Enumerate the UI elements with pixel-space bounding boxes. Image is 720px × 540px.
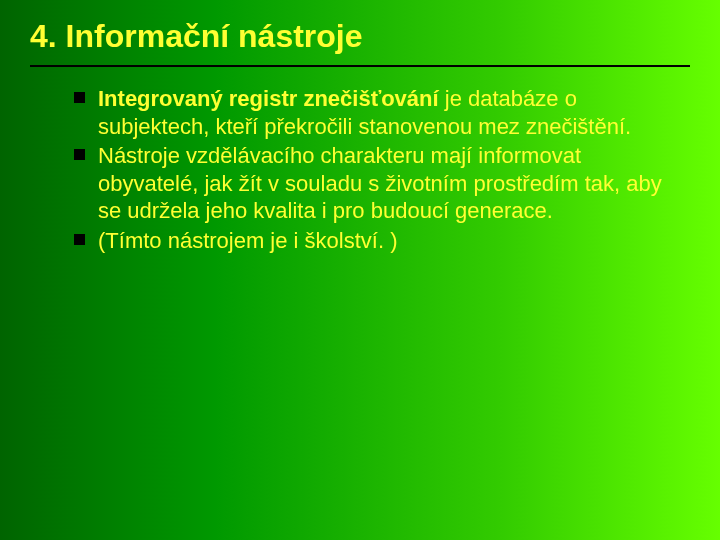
bullet-text: (Tímto nástrojem je i školství. )	[98, 228, 398, 253]
slide: 4. Informační nástroje Integrovaný regis…	[0, 0, 720, 540]
slide-content: Integrovaný registr znečišťování je data…	[70, 85, 680, 256]
slide-title: 4. Informační nástroje	[30, 18, 690, 67]
bullet-list: Integrovaný registr znečišťování je data…	[70, 85, 680, 254]
list-item: Nástroje vzdělávacího charakteru mají in…	[70, 142, 680, 225]
bullet-lead: Integrovaný registr znečišťování	[98, 86, 439, 111]
list-item: (Tímto nástrojem je i školství. )	[70, 227, 680, 255]
bullet-text: Nástroje vzdělávacího charakteru mají in…	[98, 143, 662, 223]
list-item: Integrovaný registr znečišťování je data…	[70, 85, 680, 140]
